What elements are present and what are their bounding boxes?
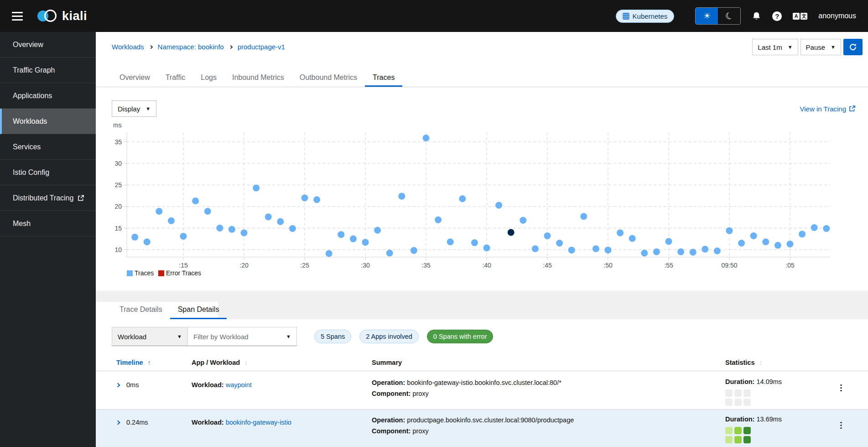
- dark-theme-button[interactable]: ☾: [718, 8, 740, 24]
- column-header-app-workload[interactable]: App / Workload↕: [192, 359, 248, 366]
- tab-span-details[interactable]: Span Details: [170, 302, 227, 319]
- trace-point[interactable]: [192, 198, 199, 205]
- trace-point[interactable]: [350, 236, 357, 242]
- trace-point[interactable]: [483, 244, 490, 251]
- trace-point[interactable]: [471, 239, 478, 246]
- trace-point[interactable]: [774, 242, 781, 249]
- trace-point[interactable]: [265, 213, 272, 220]
- trace-point[interactable]: [241, 229, 248, 236]
- row-actions-kebab-icon[interactable]: [837, 381, 845, 394]
- trace-point[interactable]: [313, 196, 320, 203]
- breadcrumb-workload-link[interactable]: productpage-v1: [238, 43, 285, 51]
- column-header-timeline[interactable]: Timeline↑: [116, 359, 151, 366]
- sidebar-item-traffic-graph[interactable]: Traffic Graph: [0, 58, 96, 83]
- trace-point[interactable]: [398, 193, 405, 200]
- trace-point[interactable]: [580, 213, 587, 220]
- sidebar-item-overview[interactable]: Overview: [0, 32, 96, 58]
- column-header-statistics[interactable]: Statistics↕: [725, 359, 762, 366]
- trace-point[interactable]: [641, 250, 648, 257]
- refresh-button[interactable]: [843, 39, 863, 55]
- light-theme-button[interactable]: ☀: [696, 8, 718, 24]
- trace-point[interactable]: [301, 195, 308, 201]
- trace-point[interactable]: [629, 235, 636, 242]
- trace-point[interactable]: [702, 246, 708, 252]
- hamburger-menu-icon[interactable]: [12, 10, 23, 23]
- trace-point[interactable]: [216, 225, 223, 231]
- display-dropdown[interactable]: Display ▼: [112, 100, 156, 117]
- trace-point[interactable]: [204, 208, 211, 215]
- trace-point[interactable]: [289, 225, 296, 232]
- trace-point[interactable]: [411, 247, 417, 254]
- trace-point[interactable]: [131, 234, 138, 241]
- sidebar-item-mesh[interactable]: Mesh: [0, 211, 96, 237]
- trace-point[interactable]: [362, 239, 369, 246]
- trace-point[interactable]: [617, 229, 624, 236]
- trace-point[interactable]: [435, 216, 442, 223]
- trace-point[interactable]: [338, 231, 344, 238]
- sidebar-item-distributed-tracing[interactable]: Distributed Tracing: [0, 185, 96, 211]
- notifications-bell-icon[interactable]: [752, 11, 761, 21]
- duration-select[interactable]: Last 1m ▼: [752, 39, 798, 55]
- filter-type-select[interactable]: Workload ▼: [112, 327, 188, 346]
- tab-outbound-metrics[interactable]: Outbound Metrics: [292, 70, 365, 87]
- breadcrumb-workloads-link[interactable]: Workloads: [112, 43, 144, 51]
- trace-point[interactable]: [229, 226, 235, 233]
- trace-point[interactable]: [447, 238, 454, 245]
- language-icon[interactable]: A文: [793, 13, 807, 20]
- tab-logs[interactable]: Logs: [193, 70, 224, 87]
- trace-point[interactable]: [690, 249, 696, 256]
- trace-point[interactable]: [799, 231, 806, 237]
- trace-point[interactable]: [168, 217, 175, 224]
- trace-point[interactable]: [762, 238, 769, 245]
- trace-point[interactable]: [326, 250, 333, 257]
- trace-point[interactable]: [823, 225, 830, 232]
- workload-link[interactable]: bookinfo-gateway-istio: [226, 419, 291, 426]
- trace-point[interactable]: [568, 247, 575, 253]
- sidebar-item-services[interactable]: Services: [0, 134, 96, 160]
- expand-row-chevron-icon[interactable]: [116, 383, 120, 388]
- sidebar-item-applications[interactable]: Applications: [0, 83, 96, 109]
- trace-point[interactable]: [665, 238, 672, 245]
- trace-point[interactable]: [811, 224, 818, 231]
- view-in-tracing-link[interactable]: View in Tracing: [800, 105, 855, 113]
- trace-point[interactable]: [677, 248, 684, 255]
- span-table-row[interactable]: 0.24ms Workload: bookinfo-gateway-istio …: [96, 410, 868, 447]
- trace-point[interactable]: [277, 218, 284, 225]
- tab-traces[interactable]: Traces: [365, 70, 402, 87]
- workload-link[interactable]: waypoint: [226, 381, 252, 389]
- trace-point[interactable]: [653, 248, 660, 255]
- trace-point[interactable]: [544, 232, 551, 239]
- trace-point[interactable]: [459, 195, 466, 202]
- trace-point[interactable]: [714, 247, 721, 254]
- help-icon[interactable]: ?: [772, 11, 782, 21]
- row-actions-kebab-icon[interactable]: [837, 419, 845, 432]
- trace-point[interactable]: [750, 232, 757, 239]
- span-table-row[interactable]: 0ms Workload: waypoint Operation: bookin…: [96, 371, 868, 410]
- trace-point[interactable]: [520, 217, 526, 224]
- refresh-interval-select[interactable]: Pause ▼: [800, 39, 841, 55]
- traces-scatter-chart[interactable]: 101520253035:15:20:25:30:35:40:45:50:550…: [105, 121, 858, 283]
- trace-point[interactable]: [423, 135, 430, 142]
- trace-point[interactable]: [532, 245, 539, 252]
- trace-point[interactable]: [180, 233, 187, 240]
- trace-point[interactable]: [374, 227, 381, 234]
- trace-point[interactable]: [386, 250, 393, 257]
- breadcrumb-namespace-link[interactable]: Namespace: bookinfo: [158, 43, 224, 51]
- tab-overview[interactable]: Overview: [112, 70, 158, 87]
- tab-inbound-metrics[interactable]: Inbound Metrics: [224, 70, 292, 87]
- trace-point[interactable]: [495, 202, 502, 209]
- trace-point[interactable]: [156, 208, 162, 215]
- expand-row-chevron-icon[interactable]: [116, 421, 120, 425]
- selected-trace-point[interactable]: [508, 229, 515, 236]
- trace-point[interactable]: [726, 227, 733, 234]
- trace-point[interactable]: [593, 245, 599, 252]
- sidebar-item-istio-config[interactable]: Istio Config: [0, 160, 96, 185]
- trace-point[interactable]: [253, 184, 260, 191]
- trace-point[interactable]: [738, 240, 745, 247]
- trace-point[interactable]: [787, 241, 794, 247]
- sidebar-item-workloads[interactable]: Workloads: [0, 109, 96, 134]
- filter-value-select[interactable]: Filter by Workload ▼: [187, 327, 297, 346]
- trace-point[interactable]: [144, 238, 151, 245]
- tab-traffic[interactable]: Traffic: [158, 70, 193, 87]
- trace-point[interactable]: [556, 240, 563, 247]
